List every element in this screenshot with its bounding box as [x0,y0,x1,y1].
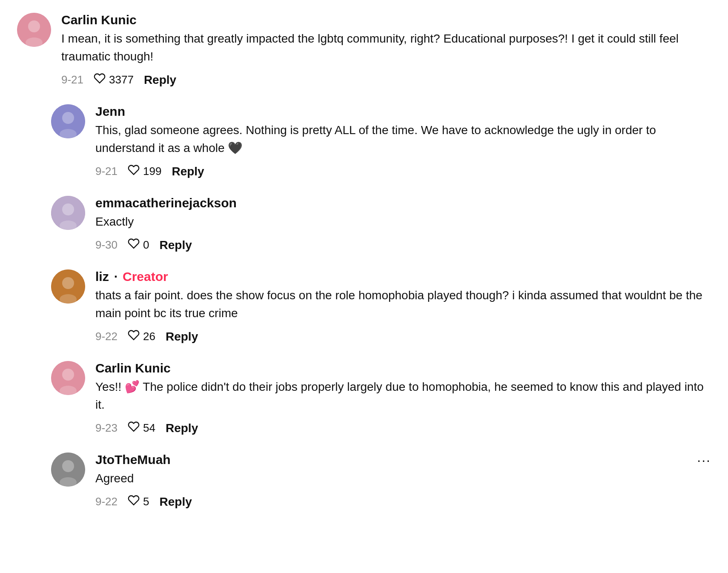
comment-meta: 9-22 26Reply [95,329,711,344]
username-text: Carlin Kunic [61,13,137,27]
comment-text: Agreed [95,470,687,487]
likes-count: 3377 [109,73,134,86]
avatar [51,196,85,230]
username-text: Jenn [95,104,125,119]
more-options-button[interactable]: ··· [697,453,711,468]
comment-meta: 9-22 5Reply [95,494,687,509]
svg-point-16 [62,460,74,472]
reply-button[interactable]: Reply [160,238,192,252]
username-text: JtoTheMuah [95,453,171,467]
heart-icon [94,72,106,87]
comment-body: liz · Creatorthats a fair point. does th… [95,269,711,344]
username-text: liz [95,269,109,284]
likes-count: 199 [143,165,161,178]
heart-icon [128,494,140,509]
username-text: Carlin Kunic [95,361,171,375]
svg-point-13 [62,369,74,381]
comment-date: 9-30 [95,238,118,252]
heart-icon [128,329,140,344]
avatar [51,269,85,304]
reply-button[interactable]: Reply [166,421,198,435]
comment-likes[interactable]: 0 [128,238,149,252]
comment-username: liz · Creator [95,269,711,284]
comment-likes[interactable]: 199 [128,164,161,179]
comment-username: Carlin Kunic [95,361,711,375]
comment-body: Carlin KunicYes!! 💕 The police didn't do… [95,361,711,435]
likes-count: 26 [143,330,155,343]
heart-icon [128,238,140,252]
comment-username: emmacatherinejackson [95,196,711,210]
comment-item: Carlin KunicYes!! 💕 The police didn't do… [17,361,711,435]
comment-text: Yes!! 💕 The police didn't do their jobs … [95,378,711,414]
reply-button[interactable]: Reply [166,330,198,344]
avatar [17,13,51,47]
comment-body: Carlin KunicI mean, it is something that… [61,13,711,87]
avatar [51,361,85,395]
comment-username: Carlin Kunic [61,13,711,27]
comment-date: 9-22 [95,330,118,343]
comment-text: This, glad someone agrees. Nothing is pr… [95,121,711,157]
comment-text: thats a fair point. does the show focus … [95,286,711,322]
comment-date: 9-22 [95,495,118,508]
comment-date: 9-23 [95,421,118,435]
comment-likes[interactable]: 54 [128,421,155,435]
comment-username: JtoTheMuah [95,453,687,467]
comment-item: JennThis, glad someone agrees. Nothing i… [17,104,711,179]
reply-button[interactable]: Reply [172,165,204,178]
svg-point-1 [28,20,40,32]
comment-item: emmacatherinejacksonExactly9-30 0Reply [17,196,711,252]
comment-meta: 9-21 3377Reply [61,72,711,87]
likes-count: 54 [143,421,155,435]
comment-body: JtoTheMuahAgreed9-22 5Reply [95,453,687,509]
comment-body: JennThis, glad someone agrees. Nothing i… [95,104,711,179]
comment-username: Jenn [95,104,711,119]
comment-meta: 9-23 54Reply [95,421,711,435]
comment-item: liz · Creatorthats a fair point. does th… [17,269,711,344]
avatar [51,453,85,487]
avatar [51,104,85,138]
comment-likes[interactable]: 26 [128,329,155,344]
comment-meta: 9-21 199Reply [95,164,711,179]
comment-thread: Carlin KunicI mean, it is something that… [17,13,711,509]
svg-point-4 [62,112,74,124]
comment-item: JtoTheMuahAgreed9-22 5Reply··· [17,453,711,509]
comment-date: 9-21 [61,73,83,86]
username-text: emmacatherinejackson [95,196,237,210]
heart-icon [128,164,140,179]
comment-date: 9-21 [95,165,118,178]
comment-item: Carlin KunicI mean, it is something that… [17,13,711,87]
comment-likes[interactable]: 5 [128,494,149,509]
likes-count: 0 [143,238,149,252]
reply-button[interactable]: Reply [144,73,176,87]
comment-meta: 9-30 0Reply [95,238,711,252]
svg-point-7 [62,203,74,215]
creator-badge: Creator [123,269,168,284]
comment-text: Exactly [95,213,711,231]
likes-count: 5 [143,495,149,508]
svg-point-10 [62,277,74,289]
comment-text: I mean, it is something that greatly imp… [61,30,711,66]
heart-icon [128,421,140,435]
comment-body: emmacatherinejacksonExactly9-30 0Reply [95,196,711,252]
comment-likes[interactable]: 3377 [94,72,134,87]
reply-button[interactable]: Reply [160,495,192,509]
